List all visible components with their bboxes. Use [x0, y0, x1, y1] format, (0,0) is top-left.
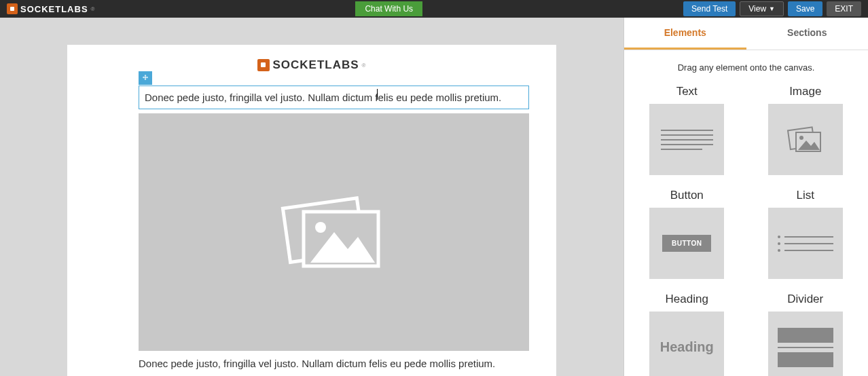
- move-icon: [141, 74, 149, 82]
- divider-icon: [778, 328, 834, 367]
- list-icon: [778, 231, 834, 256]
- text-block[interactable]: Donec pede justo, fringilla vel justo. N…: [139, 358, 529, 369]
- sidebar: Elements Sections Drag any element onto …: [623, 18, 868, 376]
- element-tile-text[interactable]: Text: [648, 85, 726, 175]
- brand-logo-icon: [7, 3, 18, 14]
- text-lines-icon: [661, 126, 713, 153]
- canvas-brand-logo-text: SOCKETLABS: [272, 58, 359, 72]
- chevron-down-icon: ▼: [769, 5, 775, 12]
- element-tile-heading[interactable]: Heading Heading: [648, 293, 726, 376]
- element-tile-list[interactable]: List: [767, 189, 845, 279]
- email-canvas[interactable]: SOCKETLABS ® Donec pede justo, fringilla…: [67, 45, 556, 376]
- element-preview-divider: [768, 312, 843, 376]
- element-preview-button: BUTTON: [649, 208, 724, 279]
- tab-sections[interactable]: Sections: [746, 18, 869, 50]
- element-label: Button: [648, 189, 726, 202]
- brand-logo-text: SOCKETLABS: [20, 4, 88, 14]
- image-placeholder[interactable]: [139, 113, 529, 351]
- text-caret: [377, 89, 378, 100]
- sidebar-tabs: Elements Sections: [624, 18, 868, 50]
- sidebar-hint: Drag any element onto the canvas.: [624, 50, 868, 85]
- elements-grid: Text Image: [624, 85, 868, 376]
- topbar-center: Chat With Us: [355, 1, 422, 16]
- element-preview-list: [768, 208, 843, 279]
- image-placeholder-icon: [276, 188, 392, 276]
- save-button[interactable]: Save: [788, 1, 822, 16]
- move-handle[interactable]: [139, 71, 152, 85]
- topbar-right: Send Test View ▼ Save EXIT: [683, 1, 861, 16]
- image-icon: [786, 124, 824, 155]
- element-label: Image: [767, 85, 845, 98]
- button-icon: BUTTON: [662, 235, 711, 252]
- element-label: Text: [648, 85, 726, 98]
- view-button[interactable]: View ▼: [740, 1, 784, 16]
- chat-button[interactable]: Chat With Us: [355, 1, 422, 16]
- canvas-brand-logo-icon: [257, 59, 270, 71]
- main-area: SOCKETLABS ® Donec pede justo, fringilla…: [0, 18, 868, 376]
- text-content[interactable]: Donec pede justo, fringilla vel justo. N…: [145, 92, 523, 103]
- registered-icon: ®: [91, 6, 95, 12]
- svg-point-2: [315, 222, 326, 233]
- canvas-area[interactable]: SOCKETLABS ® Donec pede justo, fringilla…: [0, 18, 623, 376]
- topbar-left: SOCKETLABS ®: [7, 3, 94, 14]
- element-preview-text: [649, 104, 724, 175]
- element-preview-image: [768, 104, 843, 175]
- registered-icon: ®: [362, 62, 366, 69]
- canvas-brand-logo: SOCKETLABS ®: [94, 58, 529, 72]
- heading-icon: Heading: [660, 339, 714, 355]
- text-block-selected[interactable]: Donec pede justo, fringilla vel justo. N…: [139, 86, 529, 109]
- send-test-button[interactable]: Send Test: [683, 1, 736, 16]
- exit-button[interactable]: EXIT: [827, 1, 861, 16]
- brand-logo[interactable]: SOCKETLABS ®: [7, 3, 94, 14]
- topbar: SOCKETLABS ® Chat With Us Send Test View…: [0, 0, 868, 18]
- svg-point-5: [799, 136, 803, 140]
- element-label: List: [767, 189, 845, 202]
- element-tile-divider[interactable]: Divider: [767, 293, 845, 376]
- element-tile-image[interactable]: Image: [767, 85, 845, 175]
- tab-elements[interactable]: Elements: [624, 18, 746, 50]
- element-label: Divider: [767, 293, 845, 306]
- view-label: View: [748, 4, 766, 14]
- element-label: Heading: [648, 293, 726, 306]
- element-tile-button[interactable]: Button BUTTON: [648, 189, 726, 279]
- element-preview-heading: Heading: [649, 312, 724, 376]
